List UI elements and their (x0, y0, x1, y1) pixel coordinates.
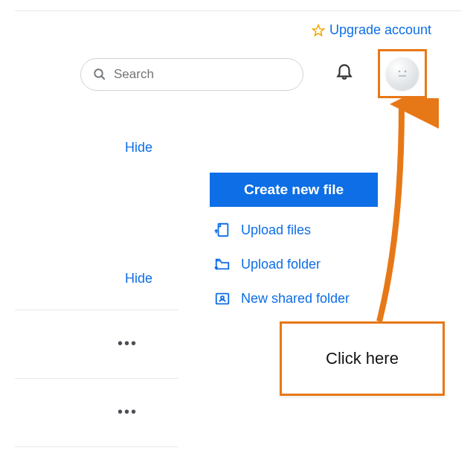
svg-point-4 (405, 71, 405, 71)
upgrade-account-label: Upgrade account (329, 22, 431, 38)
annotation-callout-text: Click here (326, 349, 399, 368)
shared-folder-icon (214, 290, 231, 307)
upload-files-action[interactable]: Upload files (214, 222, 311, 238)
account-avatar[interactable] (386, 57, 419, 90)
hide-link-2[interactable]: Hide (125, 271, 152, 286)
new-shared-folder-action[interactable]: New shared folder (214, 290, 350, 307)
svg-point-1 (94, 69, 103, 77)
avatar-face-icon (394, 68, 411, 79)
notifications-button[interactable] (335, 61, 354, 83)
list-divider (15, 310, 178, 310)
svg-point-3 (399, 71, 399, 71)
annotation-arrow (372, 98, 439, 329)
svg-marker-0 (312, 25, 324, 35)
top-divider (15, 10, 461, 11)
new-shared-folder-label: New shared folder (241, 291, 350, 307)
avatar-highlight-box (378, 49, 427, 98)
star-icon (312, 24, 325, 37)
annotation-callout: Click here (280, 321, 445, 396)
search-input[interactable] (114, 67, 291, 82)
hide-link-1[interactable]: Hide (125, 140, 152, 156)
upload-file-icon (214, 222, 231, 238)
create-new-file-label: Create new file (244, 182, 344, 198)
svg-line-2 (101, 76, 105, 80)
upload-folder-icon (214, 256, 231, 272)
upload-folder-action[interactable]: Upload folder (214, 256, 321, 272)
upgrade-account-link[interactable]: Upgrade account (312, 22, 431, 38)
list-divider (15, 378, 178, 379)
search-field[interactable] (80, 58, 303, 91)
upload-folder-label: Upload folder (241, 257, 321, 272)
svg-point-8 (221, 296, 224, 299)
more-options-2[interactable]: ••• (118, 403, 138, 420)
more-options-1[interactable]: ••• (118, 335, 138, 352)
bell-icon (335, 61, 354, 80)
list-divider (15, 446, 178, 447)
search-icon (93, 68, 106, 81)
upload-files-label: Upload files (241, 222, 311, 238)
create-new-file-button[interactable]: Create new file (210, 173, 378, 207)
